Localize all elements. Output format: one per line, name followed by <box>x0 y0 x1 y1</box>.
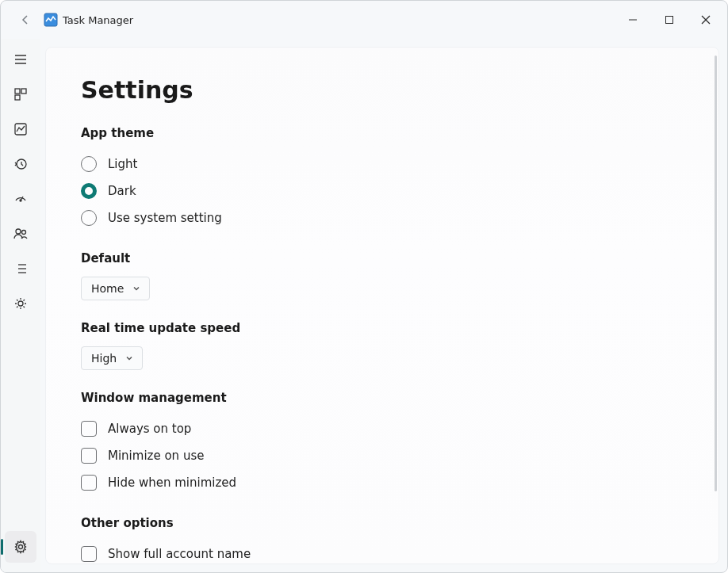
svg-point-16 <box>21 231 25 235</box>
section-title-default: Default <box>81 251 718 265</box>
sidebar-item-settings[interactable] <box>5 531 36 563</box>
section-title-window: Window management <box>81 391 718 405</box>
option-label: Dark <box>108 184 136 198</box>
option-label: Always on top <box>108 422 191 436</box>
close-button[interactable] <box>688 7 724 32</box>
details-icon <box>13 262 28 276</box>
option-label: Use system setting <box>108 211 222 225</box>
select-value: High <box>91 352 117 365</box>
svg-point-14 <box>20 200 21 201</box>
option-label: Light <box>108 157 137 171</box>
chevron-down-icon <box>125 353 134 363</box>
body: Settings App theme Light Dark Use system… <box>1 39 727 572</box>
minimize-icon <box>628 15 638 25</box>
sidebar <box>1 39 40 572</box>
theme-option-system[interactable]: Use system setting <box>81 205 718 231</box>
settings-page[interactable]: Settings App theme Light Dark Use system… <box>45 47 719 564</box>
history-icon <box>13 157 28 171</box>
section-window-management: Window management Always on top Minimize… <box>81 391 718 495</box>
hamburger-icon <box>13 52 28 67</box>
section-title-theme: App theme <box>81 126 718 140</box>
task-manager-window: Task Manager <box>0 0 728 573</box>
arrow-left-icon <box>19 13 32 26</box>
gear-icon <box>13 540 28 554</box>
window-option-always-on-top[interactable]: Always on top <box>81 416 718 441</box>
maximize-button[interactable] <box>651 7 688 32</box>
svg-rect-10 <box>15 95 20 100</box>
theme-option-dark[interactable]: Dark <box>81 178 718 204</box>
window-option-hide-when-minimized[interactable]: Hide when minimized <box>81 470 718 495</box>
performance-icon <box>13 122 28 136</box>
theme-option-light[interactable]: Light <box>81 151 718 177</box>
radio-icon <box>81 156 97 172</box>
option-label: Hide when minimized <box>108 476 236 490</box>
other-option-full-account-name[interactable]: Show full account name <box>81 541 718 564</box>
app-title: Task Manager <box>63 14 133 26</box>
section-title-speed: Real time update speed <box>81 321 718 335</box>
checkbox-icon <box>81 546 97 562</box>
sidebar-item-performance[interactable] <box>5 113 36 145</box>
checkbox-icon <box>81 448 97 464</box>
checkbox-icon <box>81 421 97 437</box>
radio-icon <box>81 183 97 199</box>
section-update-speed: Real time update speed High <box>81 321 718 370</box>
svg-point-15 <box>16 229 21 234</box>
sidebar-item-processes[interactable] <box>5 78 36 110</box>
sidebar-item-app-history[interactable] <box>5 148 36 180</box>
title-bar: Task Manager <box>1 1 727 39</box>
svg-rect-2 <box>666 17 673 24</box>
users-icon <box>13 227 28 241</box>
services-icon <box>13 296 28 311</box>
sidebar-item-users[interactable] <box>5 218 36 250</box>
minimize-button[interactable] <box>615 7 651 32</box>
default-page-select[interactable]: Home <box>81 277 150 300</box>
update-speed-select[interactable]: High <box>81 346 143 370</box>
chevron-down-icon <box>132 284 141 293</box>
section-title-other: Other options <box>81 516 718 530</box>
title-bar-left: Task Manager <box>6 6 133 33</box>
option-label: Show full account name <box>108 547 251 561</box>
svg-point-23 <box>18 301 23 306</box>
close-icon <box>701 15 711 25</box>
sidebar-item-details[interactable] <box>5 253 36 285</box>
app-icon <box>44 13 58 27</box>
back-button[interactable] <box>12 6 39 33</box>
svg-rect-8 <box>15 89 20 94</box>
hamburger-button[interactable] <box>5 44 36 75</box>
startup-icon <box>13 192 28 206</box>
radio-icon <box>81 210 97 226</box>
page-title: Settings <box>81 76 718 104</box>
option-label: Minimize on use <box>108 449 204 463</box>
section-other-options: Other options Show full account name Sho… <box>81 516 718 564</box>
task-manager-icon <box>44 13 58 27</box>
sidebar-item-startup[interactable] <box>5 183 36 215</box>
maximize-icon <box>665 15 674 25</box>
window-option-minimize-on-use[interactable]: Minimize on use <box>81 443 718 468</box>
content-area: Settings App theme Light Dark Use system… <box>40 39 727 572</box>
select-value: Home <box>91 282 124 295</box>
section-default-page: Default Home <box>81 251 718 300</box>
checkbox-icon <box>81 475 97 491</box>
section-app-theme: App theme Light Dark Use system setting <box>81 126 718 231</box>
processes-icon <box>13 87 28 101</box>
svg-rect-9 <box>21 89 26 94</box>
svg-point-24 <box>18 545 22 549</box>
window-controls <box>615 7 724 32</box>
sidebar-item-services[interactable] <box>5 288 36 319</box>
